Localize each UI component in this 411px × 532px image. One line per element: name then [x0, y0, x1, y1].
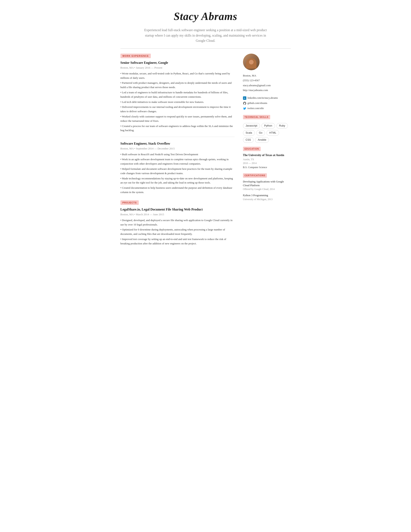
projects-section: PROJECTS LegalShare.io, Legal Document F…	[121, 200, 235, 246]
project-1-bullet-3: • Improved test coverage by setting up a…	[121, 237, 235, 246]
job-2-bullet-2: • Work in an agile software development …	[121, 157, 235, 166]
job-2-bullet-3: • Helped formulate and document software…	[121, 167, 235, 176]
project-1-separator: •	[134, 213, 136, 216]
avatar-image	[243, 54, 260, 70]
main-layout: WORK EXPERIENCE Senior Software Engineer…	[121, 54, 291, 252]
skill-javascript: Javascript	[243, 123, 260, 129]
job-1-meta: Boston, MA • January 2016 — Present	[121, 66, 235, 70]
job-2-dates: September 2014 — December 2015	[136, 147, 175, 150]
skill-css: CSS	[243, 137, 254, 143]
social-twitter: twitter.com/stbr	[243, 106, 291, 111]
skill-html: HTML	[266, 130, 279, 136]
job-1-bullet-2: • Partnered with product managers, desig…	[121, 81, 235, 90]
project-1-bullet-1: • Designed, developed, and deployed a se…	[121, 218, 235, 227]
edu-school: The University of Texas at Austin	[243, 153, 291, 157]
project-1-title: LegalShare.io, Legal Document File Shari…	[121, 207, 235, 212]
project-1-location: Boston, MA	[121, 213, 134, 216]
edu-degree: B.S. Computer Science	[243, 165, 291, 169]
skill-ruby: Ruby	[276, 123, 288, 129]
edu-dates: 2010 — 2014	[243, 161, 291, 165]
job-2-separator: •	[134, 147, 136, 150]
job-2-meta: Boston, MA • September 2014 — December 2…	[121, 146, 235, 151]
twitter-handle: twitter.com/stbr	[248, 106, 264, 111]
left-column: WORK EXPERIENCE Senior Software Engineer…	[121, 54, 235, 252]
social-github: github.com/sbrams	[243, 101, 291, 106]
project-1-dates: March 2014 — June 2015	[136, 213, 164, 216]
skill-ansible: Ansible	[255, 137, 269, 143]
job-1-separator: •	[134, 66, 136, 69]
job-1-bullet-5: • Delivered improvements to our internal…	[121, 105, 235, 114]
contact-info: Boston, MA (555) 123-4567 stacy.abrams@g…	[243, 73, 291, 93]
job-2-bullets: • Built software in ReactJS and NodeJS u…	[121, 152, 235, 195]
skill-scala: Scala	[243, 130, 255, 136]
edu-location: Austin, TX	[243, 158, 291, 161]
project-1-meta: Boston, MA • March 2014 — June 2015	[121, 212, 235, 217]
technical-skills-section: TECHNICAL SKILLS Javascript Python Ruby …	[243, 115, 291, 142]
social-links: in linkedin.com/in/stacy.abrams github.c…	[243, 95, 291, 111]
cert-2-name: Python 3 Programming	[243, 193, 291, 197]
resume-page: Stacy Abrams Experienced lead full-stack…	[112, 0, 299, 264]
twitter-icon	[243, 107, 246, 110]
header-divider	[121, 48, 291, 49]
projects-label: PROJECTS	[121, 200, 139, 205]
technical-skills-label: TECHNICAL SKILLS	[243, 115, 270, 119]
right-column: Boston, MA (555) 123-4567 stacy.abrams@g…	[243, 54, 291, 205]
job-2-bullet-4: • Made technology recommendations by sta…	[121, 176, 235, 185]
education-label: EDUCATION	[243, 147, 261, 151]
project-1: LegalShare.io, Legal Document File Shari…	[121, 207, 235, 246]
cert-1-name: Developing Applications with Google Clou…	[243, 180, 291, 187]
github-handle: github.com/sbrams	[248, 101, 267, 106]
job-1-title: Senior Software Engineer, Google	[121, 60, 235, 65]
contact-city: Boston, MA	[243, 73, 291, 78]
job-2-location: Boston, MA	[121, 147, 134, 150]
social-linkedin: in linkedin.com/in/stacy.abrams	[243, 95, 291, 101]
github-icon	[243, 102, 246, 105]
linkedin-handle: linkedin.com/in/stacy.abrams	[248, 95, 278, 101]
job-divider-1	[121, 137, 235, 137]
job-1-bullet-3: • Led a team of engineers to build infra…	[121, 90, 235, 99]
candidate-name: Stacy Abrams	[121, 8, 291, 25]
job-1-location: Boston, MA	[121, 66, 134, 69]
avatar	[243, 54, 260, 70]
job-1-bullet-7: • Created a process for our team of soft…	[121, 124, 235, 133]
skill-python: Python	[262, 123, 275, 129]
work-experience-label: WORK EXPERIENCE	[121, 54, 151, 58]
job-1-bullet-4: • Led tech debt initiatives to make soft…	[121, 100, 235, 104]
job-1-bullet-6: • Worked closely with customer support t…	[121, 114, 235, 123]
project-1-bullet-2: • Optimized for 0 downtime during deploy…	[121, 228, 235, 236]
job-1-bullets: • Wrote modular, secure, and well-tested…	[121, 71, 235, 133]
candidate-summary: Experienced lead full-stack software eng…	[141, 28, 270, 43]
cert-1-issuer: Offered by Google Cloud, 2014	[243, 187, 291, 191]
skills-tags: Javascript Python Ruby Scala Go HTML CSS…	[243, 123, 291, 142]
job-2: Software Engineer, Stack Overflow Boston…	[121, 141, 235, 195]
cert-1: Developing Applications with Google Clou…	[243, 180, 291, 191]
project-1-bullets: • Designed, developed, and deployed a se…	[121, 218, 235, 246]
job-1: Senior Software Engineer, Google Boston,…	[121, 60, 235, 133]
contact-website: http://stacyabrams.com	[243, 88, 291, 93]
cert-2: Python 3 Programming University of Michi…	[243, 193, 291, 201]
linkedin-icon: in	[243, 96, 246, 100]
job-2-bullet-5: • Created documentation to help business…	[121, 186, 235, 195]
contact-phone: (555) 123-4567	[243, 78, 291, 83]
job-1-bullet-1: • Wrote modular, secure, and well-tested…	[121, 71, 235, 80]
job-2-title: Software Engineer, Stack Overflow	[121, 141, 235, 146]
certifications-label: CERTIFICATIONS	[243, 173, 267, 178]
education-section: EDUCATION The University of Texas at Aus…	[243, 146, 291, 169]
certifications-section: CERTIFICATIONS Developing Applications w…	[243, 173, 291, 201]
header: Stacy Abrams Experienced lead full-stack…	[121, 8, 291, 43]
job-2-bullet-1: • Built software in ReactJS and NodeJS u…	[121, 152, 235, 157]
cert-2-issuer: University of Michigan, 2013	[243, 197, 291, 201]
job-1-dates: January 2016 — Present	[136, 66, 162, 69]
work-experience-section: WORK EXPERIENCE Senior Software Engineer…	[121, 54, 235, 195]
skill-go: Go	[256, 130, 265, 136]
contact-email: stacy.abrams@gmail.com	[243, 83, 291, 88]
